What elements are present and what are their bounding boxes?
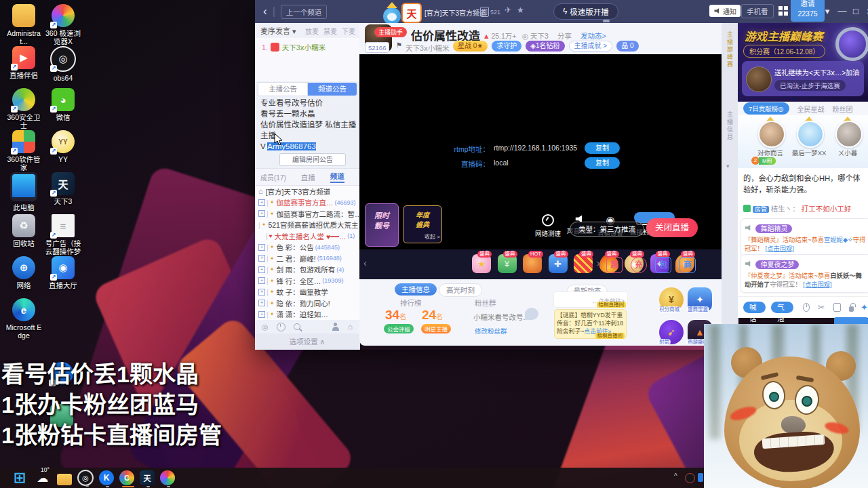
strip-tab-info[interactable]: 主播信息	[726, 111, 734, 141]
tab-channel-announce[interactable]: 频道公告	[308, 83, 357, 96]
invite-button[interactable]: 邀请22375	[791, 0, 825, 22]
promo-banner-limited[interactable]: 限时靓号	[365, 203, 399, 247]
search-icon[interactable]	[294, 323, 300, 330]
channel-row[interactable]: ⌂[官方]天下3官方频道	[255, 186, 359, 197]
chat-username[interactable]: 桔生丶：	[771, 205, 800, 213]
channel-row[interactable]: |♥大荒主播名人堂 ♥━━…(1)	[255, 230, 359, 242]
clock-icon[interactable]	[803, 303, 810, 312]
shop-商-icon[interactable]: 商	[679, 257, 696, 273]
desktop-icon-recycle-bin[interactable]: ♻回收站	[4, 214, 43, 247]
shop-惠-icon[interactable]: 惠	[606, 257, 623, 273]
gift-roast-chicken[interactable]: HOT	[523, 254, 542, 273]
share-button[interactable]: 分享	[557, 30, 572, 41]
minimize-button[interactable]: —	[835, 5, 849, 16]
news-note-1[interactable]: …点击前往> 梧桐直播间	[553, 291, 628, 308]
desktop-icon-live-hall[interactable]: ◉↗直播大厅	[43, 256, 83, 289]
speed-start-button[interactable]: ϟ 极速版开播	[553, 3, 618, 20]
streamer-badge[interactable]: 晶 0	[616, 41, 638, 52]
channel-row[interactable]: +|✦伽蓝赛事官方二路流：暂…	[255, 208, 359, 220]
grid-icon[interactable]	[778, 6, 788, 16]
news-note-2[interactable]: 【谜底】梧桐YYD发千重传音：好几百个11冲刺18险舍利子~点击前往» 梧桐直播…	[554, 309, 627, 339]
channel-row[interactable]: +|✦剑 雨：包游戏所有(4)	[255, 264, 359, 276]
channel-row[interactable]: +|✦色 彩：公告(445845)	[255, 242, 359, 253]
gift-gift-box[interactable]: ✚盛典	[549, 254, 568, 273]
contributor-avatar[interactable]	[835, 121, 863, 148]
weather-widget[interactable]: ☁10°	[34, 469, 52, 487]
tianxia3-taskbar[interactable]: 天	[140, 470, 155, 485]
contributor-avatar[interactable]	[797, 121, 824, 148]
post-update-link[interactable]: 发动态>	[580, 30, 606, 41]
channel-row[interactable]: |✦521官频高薪诚招优质大荒主…	[255, 220, 359, 231]
desktop-icon-live-companion[interactable]: ▶↗直播伴侣	[4, 46, 43, 79]
plane-icon[interactable]: ✈	[505, 5, 511, 15]
desktop-icon-wechat[interactable]: ◕↗微信	[43, 88, 83, 121]
channel-row[interactable]: +|✦二 君：巅峰!(516948)	[255, 253, 359, 264]
streamer-badge[interactable]: ◈1名钻粉	[526, 41, 564, 52]
mic-control-放麦[interactable]: 放麦	[305, 26, 319, 36]
edit-announce-button[interactable]: 编辑房间公告	[279, 153, 346, 166]
copy-code-button[interactable]: 复制	[585, 157, 620, 169]
fans-chat-icon[interactable]	[525, 308, 538, 320]
rank-value-2[interactable]: 24名	[422, 308, 443, 323]
tab-live[interactable]: 直播	[301, 172, 315, 182]
carousel-left-icon[interactable]: ‹	[363, 258, 367, 268]
notice-button[interactable]: 通知	[709, 5, 741, 17]
tool-speed-gauge[interactable]: 网络测速	[533, 214, 563, 238]
mic-control-禁麦[interactable]: 禁麦	[323, 26, 337, 36]
image-icon[interactable]	[833, 303, 841, 312]
promo-banner-gala[interactable]: 年度盛典 收起 >	[403, 205, 442, 243]
replay-badge[interactable]: 回 521	[480, 7, 500, 17]
game-tag[interactable]: ◎ 天下3	[522, 30, 549, 41]
360-browser-taskbar[interactable]: C	[119, 470, 134, 485]
tab-channels[interactable]: 频道	[330, 171, 344, 183]
strip-tab-peak[interactable]: 主播巅峰赛	[726, 31, 734, 68]
queue-user-name[interactable]: 天下3ⅹ小糯米	[282, 42, 326, 52]
tab-fans-club[interactable]: 粉丝团	[833, 104, 853, 114]
shout-button[interactable]: 喊话	[743, 302, 766, 313]
watch-link[interactable]: [点击围观]	[803, 281, 831, 288]
desktop-icon-yy[interactable]: YY↗YY	[43, 130, 83, 163]
gift-cash-notes[interactable]: ¥盛典	[498, 254, 517, 273]
options-bar[interactable]: 选项设置 ∧	[255, 333, 359, 350]
rainbow-browser-taskbar[interactable]	[160, 470, 175, 485]
start-button[interactable]: ⊞	[11, 469, 28, 487]
shop-包-icon[interactable]: 包	[655, 257, 671, 273]
tab-highlights[interactable]: 高光时刻	[439, 283, 482, 297]
desktop-icon-folder[interactable]: Administrat...	[4, 4, 43, 45]
mic-mode-select[interactable]: 麦序发言 ▾	[260, 25, 296, 36]
prev-channel-button[interactable]: 上一个频道	[281, 5, 328, 19]
shop-充-icon[interactable]: 充	[631, 257, 647, 273]
pin-icon[interactable]: ✦	[861, 302, 868, 312]
home-icon[interactable]: ⌂	[348, 322, 353, 331]
history-icon[interactable]	[277, 323, 285, 331]
member-card-icon[interactable]: ◎	[262, 323, 269, 331]
desktop-icon-tianxia3[interactable]: 天↗天下3	[43, 172, 83, 205]
back-icon[interactable]: ‹	[263, 5, 267, 18]
file-explorer[interactable]	[57, 474, 72, 485]
close-button[interactable]: ×	[863, 6, 868, 17]
obs-tray-icon[interactable]	[685, 473, 695, 483]
desktop-icon-360-safe[interactable]: ↗360安全卫士	[4, 88, 43, 129]
desktop-icon-edge[interactable]: eMicrosoft Edge	[4, 298, 43, 340]
desktop-icon-this-pc[interactable]: 此电脑	[4, 172, 43, 211]
desktop-icon-obs[interactable]: ◎↗obs64	[43, 46, 83, 82]
gift-firecracker[interactable]: 盛典	[574, 254, 593, 273]
tab-star-war[interactable]: 全民星战	[797, 104, 825, 114]
desktop-icon-360-browser[interactable]: ↗360 极速浏览器X	[43, 4, 83, 45]
channel-row[interactable]: +|✦隐 依：勠力同心!	[255, 298, 359, 309]
desktop-icon-360-manager[interactable]: ↗360软件管家	[4, 130, 43, 171]
channel-row[interactable]: +|✦伽蓝赛事官方直…(46693)	[255, 197, 359, 209]
maximize-button[interactable]: □	[849, 6, 863, 16]
tab-streamer-info[interactable]: 主播信息	[395, 283, 437, 296]
profile-icon[interactable]	[332, 323, 340, 331]
streamer-badge[interactable]: 求守护	[492, 41, 521, 52]
carousel-right-icon[interactable]: ›	[597, 258, 600, 268]
scissors-icon[interactable]: ✂	[818, 302, 825, 312]
desktop-icon-network[interactable]: ⊕网络	[4, 256, 43, 289]
phone-view-button[interactable]: 手机看	[741, 4, 774, 18]
kuaishou-taskbar[interactable]: K	[99, 470, 114, 485]
gift-star-doll[interactable]: ★盛典	[472, 254, 491, 273]
stream-type-pill[interactable]: 类型：第三方推流	[570, 222, 644, 237]
channel-row[interactable]: +|✦潇 潇：迫轻如…	[255, 309, 359, 321]
rank-value-1[interactable]: 34名	[385, 308, 406, 323]
